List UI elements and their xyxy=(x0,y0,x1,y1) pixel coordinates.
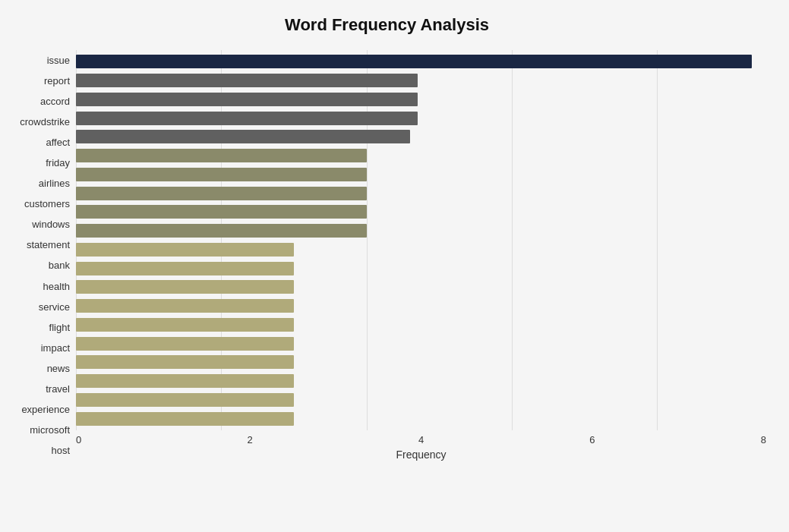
bar-row xyxy=(76,373,766,389)
bar xyxy=(76,130,410,143)
bar xyxy=(76,205,367,219)
plot-area: 02468 Frequency xyxy=(76,50,766,461)
bar xyxy=(76,374,294,388)
bar xyxy=(76,299,294,313)
bar-row xyxy=(76,185,766,202)
bar-row xyxy=(76,91,766,108)
y-label: host xyxy=(8,442,76,458)
y-label: friday xyxy=(8,155,76,172)
x-tick: 4 xyxy=(418,434,424,445)
bars-container xyxy=(76,50,766,430)
x-tick: 2 xyxy=(247,434,252,445)
x-tick: 0 xyxy=(76,434,81,445)
y-label: impact xyxy=(8,339,76,356)
bar xyxy=(76,93,418,106)
bar-row xyxy=(76,72,766,89)
bar xyxy=(76,280,294,294)
y-label: flight xyxy=(8,319,76,335)
bar-row xyxy=(76,53,766,70)
y-label: accord xyxy=(8,93,76,110)
y-label: statement xyxy=(8,237,76,253)
y-label: report xyxy=(8,73,76,90)
y-label: service xyxy=(8,298,76,315)
y-label: microsoft xyxy=(8,421,76,438)
y-axis: issuereportaccordcrowdstrikeaffectfriday… xyxy=(8,50,76,461)
bar-row xyxy=(76,241,766,258)
chart-container: Word Frequency Analysis issuereportaccor… xyxy=(0,0,789,532)
bar xyxy=(76,393,294,407)
bar-row xyxy=(76,260,766,277)
x-axis: 02468 Frequency xyxy=(76,430,766,461)
bar xyxy=(76,355,294,369)
bar xyxy=(76,412,294,426)
y-label: health xyxy=(8,278,76,294)
y-label: windows xyxy=(8,216,76,233)
bar xyxy=(76,224,367,238)
y-label: news xyxy=(8,360,76,376)
x-tick: 8 xyxy=(761,434,766,445)
bar-row xyxy=(76,316,766,333)
y-label: airlines xyxy=(8,175,76,192)
y-label: travel xyxy=(8,380,76,397)
chart-title: Word Frequency Analysis xyxy=(8,15,766,35)
bar-row xyxy=(76,279,766,295)
y-label: crowdstrike xyxy=(8,114,76,131)
bar-row xyxy=(76,110,766,127)
bar-row xyxy=(76,128,766,145)
bar-row xyxy=(76,203,766,220)
bar xyxy=(76,243,294,257)
bar-row xyxy=(76,392,766,408)
bar-row xyxy=(76,147,766,164)
y-label: affect xyxy=(8,134,76,151)
bar-row xyxy=(76,335,766,352)
bar xyxy=(76,55,752,68)
bar xyxy=(76,112,418,125)
bar xyxy=(76,318,294,332)
bar xyxy=(76,168,367,181)
y-label: issue xyxy=(8,52,76,69)
bar xyxy=(76,187,367,200)
y-label: experience xyxy=(8,401,76,417)
bar xyxy=(76,337,294,351)
bar-row xyxy=(76,222,766,239)
x-axis-label: Frequency xyxy=(76,449,766,461)
bar-row xyxy=(76,297,766,314)
bar-row xyxy=(76,166,766,183)
bar xyxy=(76,149,367,162)
x-tick: 6 xyxy=(589,434,595,445)
y-label: customers xyxy=(8,196,76,212)
bar xyxy=(76,74,418,87)
bar-row xyxy=(76,354,766,370)
y-label: bank xyxy=(8,257,76,274)
bar xyxy=(76,262,294,275)
bar-row xyxy=(76,411,766,427)
